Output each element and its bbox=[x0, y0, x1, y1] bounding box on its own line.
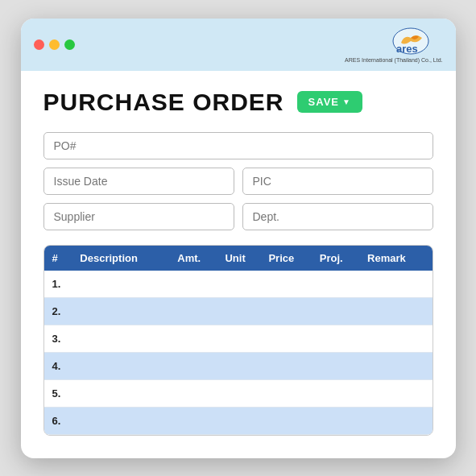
row-description bbox=[75, 379, 172, 407]
row-proj bbox=[315, 379, 362, 407]
table-header: # Description Amt. Unit Price Proj. Rema… bbox=[44, 246, 433, 271]
row-remark bbox=[362, 271, 432, 298]
row-amt bbox=[172, 325, 220, 352]
form-section bbox=[43, 132, 433, 230]
col-proj: Proj. bbox=[315, 246, 362, 271]
row-remark bbox=[362, 407, 432, 434]
row-proj bbox=[315, 407, 362, 434]
row-description bbox=[75, 325, 172, 352]
table-row[interactable]: 1. bbox=[44, 271, 433, 298]
row-price bbox=[263, 325, 314, 352]
row-amt bbox=[172, 271, 220, 298]
row-unit bbox=[220, 297, 263, 325]
svg-text:ares: ares bbox=[396, 43, 418, 55]
page-header: PURCHASE ORDER SAVE ▼ bbox=[43, 89, 433, 116]
row-description bbox=[75, 271, 172, 298]
row-amt bbox=[172, 379, 220, 407]
col-unit: Unit bbox=[220, 246, 263, 271]
row-proj bbox=[315, 271, 362, 298]
row-proj bbox=[315, 352, 362, 379]
row-unit bbox=[220, 407, 263, 434]
row-remark bbox=[362, 352, 432, 379]
issue-pic-row bbox=[43, 168, 433, 195]
row-description bbox=[75, 407, 172, 434]
row-amt bbox=[172, 297, 220, 325]
save-label: SAVE bbox=[308, 96, 339, 108]
row-unit bbox=[220, 352, 263, 379]
main-content: PURCHASE ORDER SAVE ▼ ares bbox=[21, 71, 456, 458]
ares-logo: ares bbox=[387, 27, 443, 57]
table-body: 1. 2. bbox=[44, 271, 433, 435]
row-remark bbox=[362, 325, 432, 352]
table-row[interactable]: 5. bbox=[44, 379, 433, 407]
close-button[interactable] bbox=[34, 39, 44, 50]
row-description bbox=[75, 352, 172, 379]
row-remark bbox=[362, 379, 432, 407]
col-amt: Amt. bbox=[172, 246, 220, 271]
row-description bbox=[75, 297, 172, 325]
row-price bbox=[263, 297, 314, 325]
row-num: 3. bbox=[44, 325, 76, 352]
issue-date-input[interactable] bbox=[43, 168, 234, 195]
supplier-input[interactable] bbox=[43, 203, 234, 230]
table-row[interactable]: 3. bbox=[44, 325, 433, 352]
chevron-down-icon: ▼ bbox=[342, 97, 351, 106]
row-price bbox=[263, 271, 314, 298]
row-price bbox=[263, 379, 314, 407]
row-price bbox=[263, 407, 314, 434]
row-proj bbox=[315, 325, 362, 352]
row-num: 6. bbox=[44, 407, 76, 434]
table-row[interactable]: 6. bbox=[44, 407, 433, 434]
window-controls bbox=[34, 39, 75, 50]
row-amt bbox=[172, 352, 220, 379]
col-number: # bbox=[44, 246, 76, 271]
po-input[interactable] bbox=[43, 132, 433, 159]
app-window: ares ARES International (Thailand) Co., … bbox=[21, 19, 456, 458]
row-unit bbox=[220, 325, 263, 352]
row-num: 5. bbox=[44, 379, 76, 407]
items-table: # Description Amt. Unit Price Proj. Rema… bbox=[44, 246, 433, 435]
row-unit bbox=[220, 271, 263, 298]
row-amt bbox=[172, 407, 220, 434]
minimize-button[interactable] bbox=[49, 39, 60, 50]
row-num: 4. bbox=[44, 352, 76, 379]
pic-input[interactable] bbox=[242, 168, 433, 195]
po-row bbox=[43, 132, 433, 159]
row-unit bbox=[220, 379, 263, 407]
table-row[interactable]: 4. bbox=[44, 352, 433, 379]
save-button[interactable]: SAVE ▼ bbox=[297, 91, 362, 113]
row-proj bbox=[315, 297, 362, 325]
titlebar: ares ARES International (Thailand) Co., … bbox=[21, 19, 456, 71]
items-table-container: ares ARES International (Thailand) Co., … bbox=[43, 245, 433, 436]
logo-subtext: ARES International (Thailand) Co., Ltd. bbox=[345, 57, 442, 63]
col-price: Price bbox=[263, 246, 314, 271]
col-remark: Remark bbox=[362, 246, 432, 271]
row-num: 2. bbox=[44, 297, 76, 325]
row-remark bbox=[362, 297, 432, 325]
table-row[interactable]: 2. bbox=[44, 297, 433, 325]
page-title: PURCHASE ORDER bbox=[43, 89, 284, 116]
maximize-button[interactable] bbox=[64, 39, 75, 50]
row-price bbox=[263, 352, 314, 379]
dept-input[interactable] bbox=[242, 203, 433, 230]
logo-area: ares ARES International (Thailand) Co., … bbox=[345, 27, 442, 63]
supplier-dept-row bbox=[43, 203, 433, 230]
col-description: Description bbox=[75, 246, 172, 271]
row-num: 1. bbox=[44, 271, 76, 298]
